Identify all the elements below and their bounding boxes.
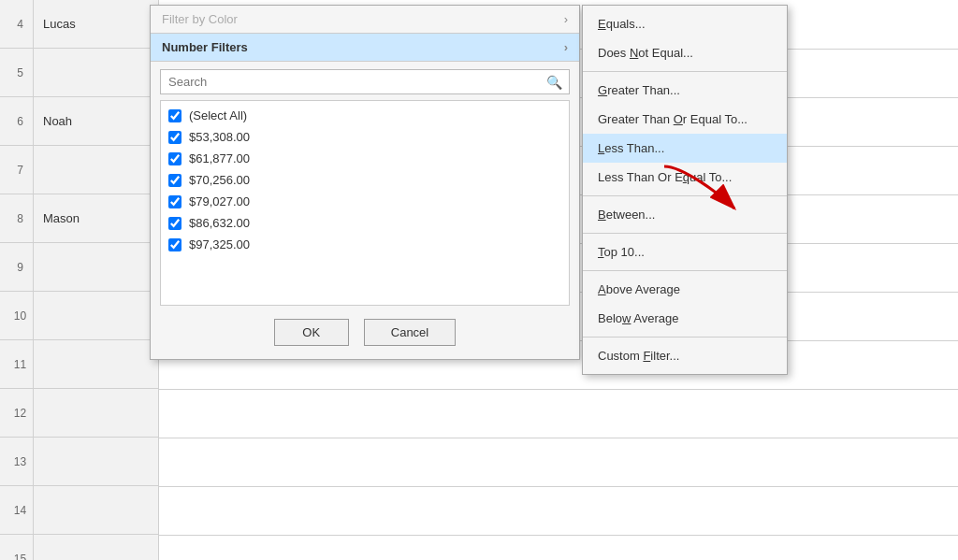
submenu-greater-than-equal-label: Greater Than Or Equal To... <box>598 112 748 126</box>
checkbox-2-label: $61,877.00 <box>189 151 250 165</box>
row-8: 8 Mason <box>0 194 158 243</box>
submenu-above-average[interactable]: Above Average <box>583 275 787 304</box>
submenu-equals[interactable]: Equals... <box>583 9 787 38</box>
checkbox-select-all[interactable]: (Select All) <box>161 105 569 126</box>
row-11: 11 <box>0 340 158 389</box>
checkbox-4-input[interactable] <box>168 195 181 208</box>
submenu-top10-label: Top 10... <box>598 245 645 259</box>
checkbox-2-input[interactable] <box>168 152 181 165</box>
filter-by-color-label: Filter by Color <box>162 12 238 26</box>
divider-4 <box>583 270 787 271</box>
submenu-below-average[interactable]: Below Average <box>583 304 787 333</box>
filter-panel[interactable]: Filter by Color › Number Filters › 🔍 (Se… <box>150 5 580 360</box>
divider-1 <box>583 71 787 72</box>
ok-button[interactable]: OK <box>274 319 349 346</box>
number-filters-label: Number Filters <box>162 40 248 54</box>
cancel-button[interactable]: Cancel <box>364 319 456 346</box>
filter-by-color-item[interactable]: Filter by Color › <box>151 6 579 34</box>
checkbox-3-input[interactable] <box>168 174 181 187</box>
row-13: 13 <box>0 438 158 486</box>
checkbox-item-2[interactable]: $61,877.00 <box>161 148 569 169</box>
search-box[interactable]: 🔍 <box>160 69 570 94</box>
submenu-greater-than-label: Greater Than... <box>598 83 680 97</box>
checkbox-item-4[interactable]: $79,027.00 <box>161 191 569 212</box>
submenu-custom-filter[interactable]: Custom Filter... <box>583 341 787 370</box>
button-row: OK Cancel <box>151 306 579 359</box>
search-input[interactable] <box>160 69 570 94</box>
row-headers: 4 Lucas 5 6 Noah 7 8 Mason 9 10 11 <box>0 0 159 560</box>
divider-5 <box>583 337 787 337</box>
submenu-top10[interactable]: Top 10... <box>583 237 787 266</box>
row-12: 12 <box>0 389 158 438</box>
checkbox-1-label: $53,308.00 <box>189 130 250 144</box>
submenu-does-not-equal-label: Does Not Equal... <box>598 46 693 60</box>
checkbox-select-all-input[interactable] <box>168 109 181 122</box>
row-15: 15 <box>0 535 158 560</box>
submenu-arrow-icon: › <box>564 12 568 26</box>
search-icon: 🔍 <box>546 75 562 90</box>
number-filters-item[interactable]: Number Filters › <box>151 34 579 62</box>
checkbox-5-input[interactable] <box>168 217 181 230</box>
row-6: 6 Noah <box>0 97 158 146</box>
submenu-greater-than[interactable]: Greater Than... <box>583 76 787 105</box>
submenu-greater-than-equal[interactable]: Greater Than Or Equal To... <box>583 105 787 134</box>
row-14: 14 <box>0 486 158 535</box>
row-7: 7 <box>0 146 158 194</box>
submenu-below-average-label: Below Average <box>598 311 679 325</box>
checkbox-list[interactable]: (Select All) $53,308.00 $61,877.00 $70,2… <box>160 100 570 306</box>
row-5: 5 <box>0 49 158 97</box>
checkbox-item-3[interactable]: $70,256.00 <box>161 169 569 191</box>
row-9: 9 <box>0 243 158 292</box>
checkbox-4-label: $79,027.00 <box>189 194 250 208</box>
checkbox-6-input[interactable] <box>168 238 181 251</box>
divider-3 <box>583 233 787 234</box>
checkbox-item-5[interactable]: $86,632.00 <box>161 212 569 234</box>
row-10: 10 <box>0 292 158 340</box>
checkbox-item-6[interactable]: $97,325.00 <box>161 234 569 255</box>
submenu-equals-label: Equals... <box>598 17 646 31</box>
checkbox-1-input[interactable] <box>168 131 181 144</box>
submenu-custom-filter-label: Custom Filter... <box>598 349 679 363</box>
checkbox-select-all-label: (Select All) <box>189 108 247 122</box>
submenu-less-than-label: Less Than... <box>598 141 664 155</box>
submenu-does-not-equal[interactable]: Does Not Equal... <box>583 38 787 67</box>
checkbox-5-label: $86,632.00 <box>189 216 250 230</box>
checkbox-3-label: $70,256.00 <box>189 173 250 187</box>
row-4: 4 Lucas <box>0 0 158 49</box>
number-filters-arrow-icon: › <box>564 40 568 54</box>
checkbox-6-label: $97,325.00 <box>189 237 250 251</box>
submenu-above-average-label: Above Average <box>598 282 680 296</box>
checkbox-item-1[interactable]: $53,308.00 <box>161 126 569 148</box>
